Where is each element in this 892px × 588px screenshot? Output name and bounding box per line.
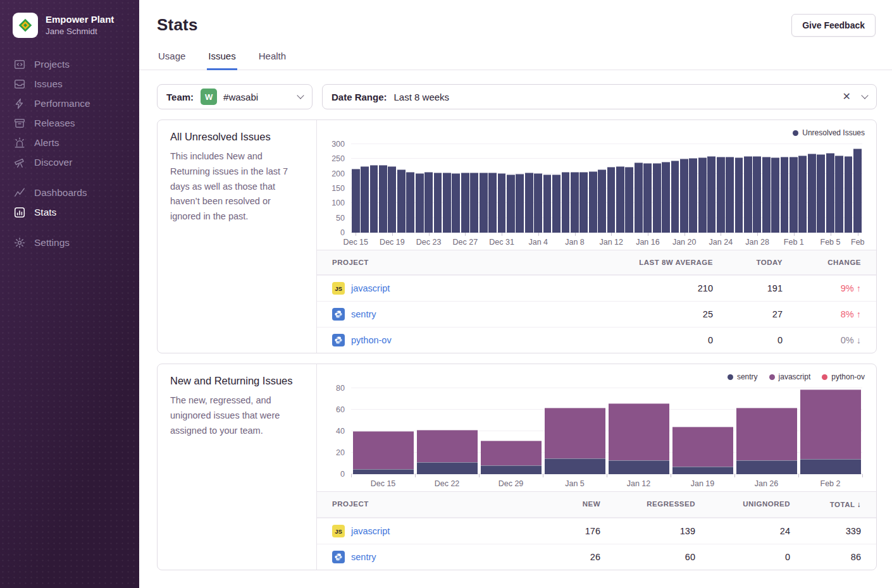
project-link-sentry[interactable]: sentry xyxy=(351,309,376,319)
sidebar-item-label: Dashboards xyxy=(34,187,87,199)
bar xyxy=(616,166,624,233)
y-axis-tick-label: 40 xyxy=(336,427,345,436)
legend-item-sentry[interactable]: sentry xyxy=(728,372,758,381)
sidebar-item-label: Discover xyxy=(34,157,72,168)
unresolved-issues-chart: Unresolved Issues 050100150200250300 Dec… xyxy=(317,120,876,250)
project-link-javascript[interactable]: javascript xyxy=(351,283,390,293)
chart-x-axis: Dec 15Dec 22Dec 29Jan 5Jan 12Jan 19Jan 2… xyxy=(351,474,862,491)
stacked-bar-jan-5 xyxy=(545,388,605,474)
y-axis-tick-label: 100 xyxy=(331,199,345,207)
column-header-label: LAST 8W AVERAGE xyxy=(639,259,713,266)
chart-legend: Unresolved Issues xyxy=(323,126,867,139)
value-cell: 191 xyxy=(728,283,798,293)
tab-health[interactable]: Health xyxy=(257,48,287,70)
bar xyxy=(735,157,743,233)
table-row: python-ov000% ↓ xyxy=(317,327,876,353)
nav-group: DashboardsStats xyxy=(14,183,139,222)
column-header-last-8w-average: LAST 8W AVERAGE xyxy=(614,250,728,274)
y-axis-tick-label: 50 xyxy=(336,214,345,223)
tab-issues[interactable]: Issues xyxy=(207,48,237,70)
table-row: JSjavascript2101919% ↑ xyxy=(317,275,876,301)
x-axis-tick-label: Jan 20 xyxy=(672,238,697,247)
bar xyxy=(498,173,506,233)
nav-group: ProjectsIssuesPerformanceReleasesAlertsD… xyxy=(14,54,139,172)
sidebar-item-dashboards[interactable]: Dashboards xyxy=(14,183,139,202)
legend-item-python-ov[interactable]: python-ov xyxy=(822,372,865,381)
bar xyxy=(507,175,515,233)
card-description-panel: All Unresolved Issues This includes New … xyxy=(158,120,317,353)
nav-group: Settings xyxy=(14,233,139,252)
x-axis-tick xyxy=(684,233,685,236)
column-header-unignored[interactable]: UNIGNORED xyxy=(710,492,805,517)
bar xyxy=(406,172,414,233)
bar xyxy=(571,172,579,233)
issues-icon xyxy=(14,78,25,90)
tab-usage[interactable]: Usage xyxy=(157,48,187,70)
bar xyxy=(798,156,807,233)
sidebar-item-projects[interactable]: Projects xyxy=(14,54,139,74)
column-header-label: UNIGNORED xyxy=(743,500,790,508)
bar xyxy=(643,163,652,233)
bar-segment-javascript xyxy=(353,431,414,469)
sidebar-item-alerts[interactable]: Alerts xyxy=(14,133,139,152)
card-title: New and Returning Issues xyxy=(170,375,304,387)
x-axis-tick xyxy=(798,474,799,477)
x-axis-tick xyxy=(794,233,795,236)
bar xyxy=(470,173,478,233)
table-row: sentry25278% ↑ xyxy=(317,301,876,327)
value-cell: 26 xyxy=(540,552,616,562)
give-feedback-button[interactable]: Give Feedback xyxy=(791,14,876,37)
legend-dot-icon xyxy=(769,374,775,380)
x-axis-tick-label: Feb 2 xyxy=(798,474,862,491)
legend-dot-icon xyxy=(793,130,798,136)
bar xyxy=(480,173,488,233)
date-range-label: Date Range: xyxy=(331,92,387,102)
sidebar-item-label: Stats xyxy=(34,207,56,218)
card-title: All Unresolved Issues xyxy=(170,131,304,143)
bar xyxy=(370,165,378,233)
change-cell: 8% ↑ xyxy=(798,309,876,319)
project-link-javascript[interactable]: javascript xyxy=(351,526,390,536)
performance-icon xyxy=(14,98,25,109)
bar-series-unresolved-issues xyxy=(351,144,862,233)
project-link-sentry[interactable]: sentry xyxy=(351,552,376,562)
bar xyxy=(352,169,360,233)
sidebar-item-settings[interactable]: Settings xyxy=(14,233,139,252)
value-cell: 0 xyxy=(614,335,728,345)
sidebar-nav: ProjectsIssuesPerformanceReleasesAlertsD… xyxy=(0,47,139,252)
column-header-label: PROJECT xyxy=(332,259,369,266)
value-cell: 27 xyxy=(728,309,798,319)
column-header-label: CHANGE xyxy=(827,259,861,266)
value-cell: 339 xyxy=(805,526,876,536)
bar xyxy=(671,161,679,233)
x-axis-tick-label: Jan 26 xyxy=(734,474,798,491)
team-select[interactable]: Team: W #wasabi xyxy=(157,84,313,109)
dashboards-icon xyxy=(14,187,25,199)
org-switcher[interactable]: Empower Plant Jane Schmidt xyxy=(0,0,139,47)
sidebar-item-issues[interactable]: Issues xyxy=(14,74,139,94)
change-value: 0% xyxy=(841,335,857,345)
legend-item-javascript[interactable]: javascript xyxy=(769,372,811,381)
team-select-label: Team: xyxy=(166,92,194,102)
bar xyxy=(653,163,661,233)
column-header-total[interactable]: TOTAL↓ xyxy=(805,492,876,517)
sidebar-item-performance[interactable]: Performance xyxy=(14,94,139,113)
bar-segment-javascript xyxy=(672,427,733,467)
date-range-value: Last 8 weeks xyxy=(394,92,450,102)
sidebar-item-releases[interactable]: Releases xyxy=(14,113,139,133)
sidebar-item-stats[interactable]: Stats xyxy=(14,202,139,222)
x-axis-tick xyxy=(502,233,502,236)
legend-item-unresolved-issues[interactable]: Unresolved Issues xyxy=(793,128,865,137)
page-title: Stats xyxy=(157,14,198,35)
column-header-regressed[interactable]: REGRESSED xyxy=(616,492,710,517)
date-range-select[interactable]: Date Range: Last 8 weeks ✕ xyxy=(322,84,877,109)
column-header-new[interactable]: NEW xyxy=(540,492,616,517)
sidebar-item-discover[interactable]: Discover xyxy=(14,152,139,172)
bar xyxy=(361,166,369,233)
sidebar-item-label: Issues xyxy=(34,78,63,90)
chart-x-axis: Dec 15Dec 19Dec 23Dec 27Dec 31Jan 4Jan 8… xyxy=(351,233,862,250)
bar-segment-sentry xyxy=(672,467,733,474)
x-axis-tick xyxy=(465,233,466,236)
clear-date-icon[interactable]: ✕ xyxy=(843,92,851,102)
project-link-python-ov[interactable]: python-ov xyxy=(351,335,392,345)
